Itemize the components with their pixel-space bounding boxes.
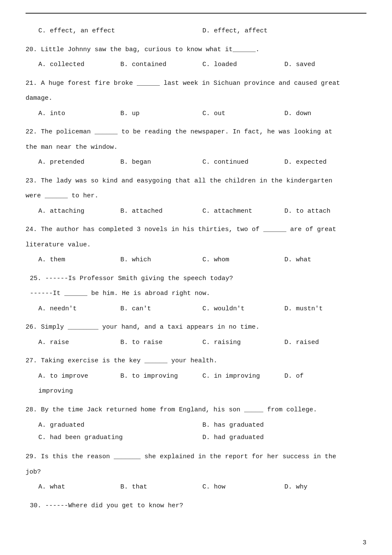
question-27: 27. Taking exercise is the key ______ yo… [26, 356, 366, 397]
option-C: C. effect, an effect [38, 26, 202, 37]
option-A: A. graduated [38, 419, 202, 432]
option-B: B. up [121, 108, 203, 119]
option-D: D. down [285, 108, 367, 119]
option-D: D. effect, affect [202, 26, 366, 37]
question-23-text: 23. The lady was so kind and easygoing t… [26, 176, 366, 187]
question-26-options: A. raise B. to raise C. raising D. raise… [26, 337, 366, 348]
prev-question-options: C. effect, an effect D. effect, affect [26, 26, 366, 37]
option-B: B. began [121, 157, 203, 168]
question-24-options: A. them B. which C. whom D. what [26, 254, 366, 266]
option-C: C. wouldn't [202, 304, 285, 315]
question-28-text: 28. By the time Jack returned home from … [26, 405, 366, 416]
option-B: B. to raise [121, 337, 203, 348]
option-B: B. which [121, 254, 203, 266]
question-27-option-extra: improving [26, 386, 366, 397]
question-28-options: A. graduated B. has graduated C. had bee… [26, 419, 366, 444]
option-B: B. that [121, 482, 203, 493]
question-23-text2: were ______ to her. [26, 191, 366, 202]
top-divider [26, 13, 366, 14]
option-A: A. to improve [38, 371, 121, 382]
question-21-text: 21. A huge forest fire broke ______ last… [26, 78, 366, 89]
question-29-text: 29. Is this the reason _______ she expla… [26, 451, 366, 462]
question-22-options: A. pretended B. began C. continued D. ex… [26, 157, 366, 168]
option-C: C. continued [202, 157, 285, 168]
option-D: D. raised [285, 337, 367, 348]
question-26: 26. Simply ________ your hand, and a tax… [26, 322, 366, 348]
option-A: A. needn't [38, 304, 121, 315]
question-27-text: 27. Taking exercise is the key ______ yo… [26, 356, 366, 367]
option-A: A. what [38, 482, 121, 493]
option-C: C. attachment [202, 206, 285, 217]
question-28: 28. By the time Jack returned home from … [26, 405, 366, 444]
question-24-text2: literature value. [26, 240, 366, 251]
option-C: C. raising [202, 337, 285, 348]
option-A: A. raise [38, 337, 121, 348]
question-25-options: A. needn't B. can't C. wouldn't D. mustn… [26, 304, 366, 315]
option-A: A. attaching [38, 206, 121, 217]
option-D: D. mustn't [285, 304, 367, 315]
page-number: 3 [363, 539, 366, 546]
option-D: D. saved [285, 59, 367, 70]
option-C: C. whom [202, 254, 285, 266]
option-D: D. what [285, 254, 367, 266]
question-30: 30. ------Where did you get to know her? [26, 500, 366, 512]
question-29-text2: job? [26, 467, 366, 478]
question-25-dialog1: 25. ------Is Professor Smith giving the … [30, 273, 366, 284]
option-A: A. pretended [38, 157, 121, 168]
question-21-text2: damage. [26, 93, 366, 104]
option-C: C. how [202, 482, 285, 493]
question-25-dialog2: ------It ______ be him. He is abroad rig… [30, 288, 366, 299]
question-20-text: 20. Little Johnny saw the bag, curious t… [26, 44, 366, 55]
option-D: D. had graduated [202, 432, 366, 444]
option-B: B. contained [121, 59, 203, 70]
question-20-options: A. collected B. contained C. loaded D. s… [26, 59, 366, 70]
option-D: D. to attach [285, 206, 367, 217]
question-22-text2: the man near the window. [26, 142, 366, 153]
option-D: D. expected [285, 157, 367, 168]
question-22-text: 22. The policeman ______ to be reading t… [26, 127, 366, 138]
option-D: D. of [285, 371, 367, 382]
question-27-options: A. to improve B. to improving C. in impr… [26, 371, 366, 382]
question-29-options: A. what B. that C. how D. why [26, 482, 366, 493]
question-26-text: 26. Simply ________ your hand, and a tax… [26, 322, 366, 333]
option-C: C. had been graduating [38, 432, 202, 444]
option-B: B. has graduated [202, 419, 366, 432]
question-20: 20. Little Johnny saw the bag, curious t… [26, 44, 366, 70]
question-23: 23. The lady was so kind and easygoing t… [26, 176, 366, 217]
question-23-options: A. attaching B. attached C. attachment D… [26, 206, 366, 217]
option-A: A. them [38, 254, 121, 266]
option-B: B. can't [121, 304, 203, 315]
question-22: 22. The policeman ______ to be reading t… [26, 127, 366, 168]
option-C: C. out [202, 108, 285, 119]
option-C: C. in improving [202, 371, 285, 382]
question-21-options: A. into B. up C. out D. down [26, 108, 366, 119]
option-C: C. loaded [202, 59, 285, 70]
option-A: A. collected [38, 59, 121, 70]
option-A: A. into [38, 108, 121, 119]
option-D: D. why [285, 482, 367, 493]
question-24: 24. The author has completed 3 novels in… [26, 224, 366, 266]
question-21: 21. A huge forest fire broke ______ last… [26, 78, 366, 119]
question-30-text: 30. ------Where did you get to know her? [30, 500, 366, 512]
question-24-text: 24. The author has completed 3 novels in… [26, 224, 366, 235]
question-29: 29. Is this the reason _______ she expla… [26, 451, 366, 493]
option-B: B. attached [121, 206, 203, 217]
option-B: B. to improving [121, 371, 203, 382]
question-25: 25. ------Is Professor Smith giving the … [26, 273, 366, 315]
